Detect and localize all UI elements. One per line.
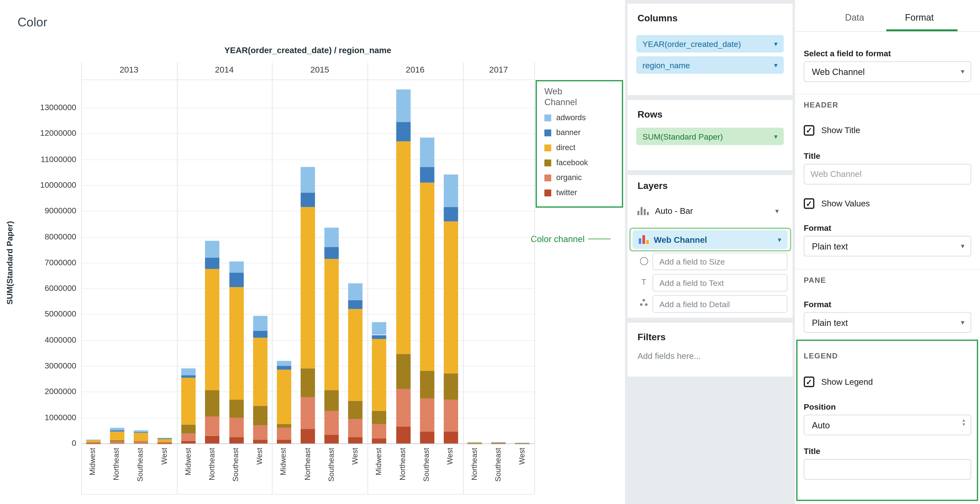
legend-item[interactable]: direct [544,143,614,152]
bar-segment-banner[interactable] [420,167,434,182]
bar-segment-direct[interactable] [86,440,100,442]
bar-segment-direct[interactable] [229,287,243,399]
bar-segment-adwords[interactable] [158,438,172,438]
bar-segment-twitter[interactable] [229,437,243,443]
color-channel-field[interactable]: Web Channel ▾ [633,230,788,249]
bar-segment-organic[interactable] [86,443,100,443]
bar-segment-twitter[interactable] [253,440,267,443]
bar-segment-organic[interactable] [158,442,172,443]
bar-segment-direct[interactable] [325,259,339,391]
bar-segment-twitter[interactable] [158,443,172,443]
bar-segment-facebook[interactable] [205,391,220,416]
bar-segment-twitter[interactable] [301,429,315,443]
bar-segment-organic[interactable] [348,419,363,437]
bar-segment-twitter[interactable] [205,436,220,443]
show-legend-checkbox[interactable]: ✓ [803,376,814,387]
bar-segment-adwords[interactable] [205,241,220,257]
bar-segment-adwords[interactable] [420,137,434,167]
bar-segment-adwords[interactable] [492,442,506,442]
bar-segment-twitter[interactable] [86,443,100,443]
layer-type-dropdown[interactable]: Auto - Bar ▾ [633,201,788,220]
bar-segment-organic[interactable] [229,418,243,437]
bar-segment-twitter[interactable] [372,438,387,443]
bar-segment-facebook[interactable] [158,442,172,442]
legend-item[interactable]: facebook [544,158,614,167]
bar-segment-facebook[interactable] [444,374,458,400]
legend-title-input[interactable] [803,459,971,480]
bar-segment-facebook[interactable] [396,354,410,389]
bar-segment-direct[interactable] [205,269,220,391]
bar-segment-direct[interactable] [468,442,482,443]
bar-segment-facebook[interactable] [181,424,196,434]
bar-segment-twitter[interactable] [110,443,124,443]
bar-segment-banner[interactable] [110,431,124,432]
bar-segment-organic[interactable] [325,411,339,434]
bar-segment-adwords[interactable] [301,167,315,193]
bar-segment-facebook[interactable] [253,406,267,426]
bar-segment-twitter[interactable] [181,441,196,443]
bar-segment-adwords[interactable] [372,322,387,335]
bar-segment-twitter[interactable] [348,437,363,443]
row-pill-sum-standard-paper[interactable]: SUM(Standard Paper) ▾ [636,128,784,145]
bar-segment-organic[interactable] [301,397,315,429]
bar-segment-organic[interactable] [253,426,267,440]
header-format-dropdown[interactable]: Plain text ▾ [803,236,971,257]
bar-segment-adwords[interactable] [253,316,267,331]
bar-segment-adwords[interactable] [134,431,148,432]
bar-segment-adwords[interactable] [325,228,339,247]
bar-segment-organic[interactable] [134,442,148,443]
bar-segment-organic[interactable] [396,389,410,426]
bar-segment-direct[interactable] [110,432,124,440]
bar-segment-organic[interactable] [492,443,506,443]
bar-segment-facebook[interactable] [86,442,100,443]
bar-segment-banner[interactable] [444,207,458,221]
bar-segment-direct[interactable] [134,433,148,441]
filters-drop-target[interactable]: Add fields here... [637,351,701,361]
legend-item[interactable]: adwords [544,113,614,122]
bar-segment-direct[interactable] [348,309,363,401]
bar-segment-direct[interactable] [396,141,410,354]
field-selector-dropdown[interactable]: Web Channel ▾ [803,61,971,82]
bar-segment-organic[interactable] [444,400,458,432]
bar-segment-direct[interactable] [277,370,291,424]
show-values-checkbox[interactable]: ✓ [803,198,814,209]
bar-segment-twitter[interactable] [325,434,339,443]
bar-segment-organic[interactable] [205,416,220,436]
bar-segment-facebook[interactable] [277,424,291,428]
bar-segment-banner[interactable] [253,331,267,338]
bar-segment-banner[interactable] [277,366,291,370]
legend-item[interactable]: banner [544,128,614,137]
show-title-checkbox[interactable]: ✓ [803,125,814,136]
bar-segment-facebook[interactable] [372,411,387,424]
bar-segment-direct[interactable] [158,439,172,442]
bar-segment-adwords[interactable] [110,428,124,431]
bar-segment-direct[interactable] [301,207,315,368]
pane-format-dropdown[interactable]: Plain text ▾ [803,312,971,333]
bar-segment-facebook[interactable] [301,368,315,397]
text-drop-target[interactable]: Add a field to Text [652,274,788,291]
bar-segment-direct[interactable] [492,442,506,443]
bar-segment-banner[interactable] [158,438,172,439]
bar-segment-banner[interactable] [325,247,339,259]
column-pill-year-order-created-date[interactable]: YEAR(order_created_date) ▾ [636,35,784,53]
bar-segment-organic[interactable] [110,441,124,442]
tab-format[interactable]: Format [905,13,934,22]
bar-segment-banner[interactable] [86,440,100,440]
bar-segment-banner[interactable] [348,300,363,309]
bar-segment-twitter[interactable] [277,440,291,443]
detail-drop-target[interactable]: Add a field to Detail [652,295,788,313]
bar-segment-direct[interactable] [253,338,267,406]
legend-position-dropdown[interactable]: Auto ▴▾ [803,415,971,435]
bar-segment-facebook[interactable] [110,440,124,441]
column-pill-region-name[interactable]: region_name ▾ [636,56,784,74]
bar-segment-direct[interactable] [181,378,196,424]
bar-segment-organic[interactable] [277,428,291,440]
bar-segment-direct[interactable] [420,182,434,371]
bar-segment-direct[interactable] [444,221,458,374]
bar-segment-adwords[interactable] [396,89,410,122]
bar-segment-organic[interactable] [468,443,482,443]
bar-segment-adwords[interactable] [348,283,363,300]
bar-segment-banner[interactable] [205,257,220,269]
bar-segment-twitter[interactable] [420,432,434,443]
tab-data[interactable]: Data [845,13,864,22]
